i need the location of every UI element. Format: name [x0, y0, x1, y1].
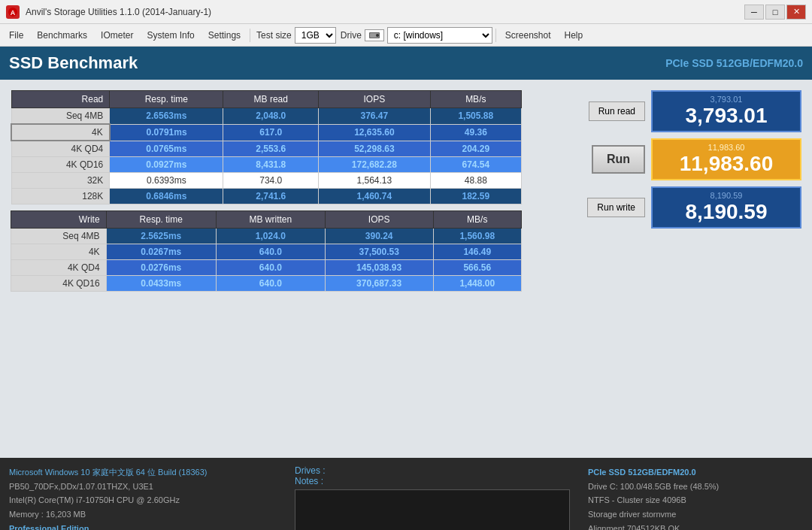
run-write-button[interactable]: Run write — [587, 198, 645, 217]
total-score-small: 11,983.60 — [659, 143, 794, 152]
w-seq4mb-label: Seq 4MB — [11, 229, 107, 244]
table-row: 4K QD16 0.0927ms 8,431.8 172,682.28 674.… — [11, 157, 522, 173]
resp-time-col-header: Resp. time — [110, 91, 223, 108]
write-score-big: 8,190.59 — [659, 200, 794, 224]
titlebar: A Anvil's Storage Utilities 1.1.0 (2014-… — [0, 0, 812, 24]
notes-notes-label: Notes : — [295, 476, 570, 486]
separator2 — [495, 29, 496, 42]
right-drive-name: PCIe SSD 512GB/EDFM20.0 — [588, 465, 803, 480]
read-score-row: Run read 3,793.01 3,793.01 — [573, 90, 801, 132]
w-seq4mb-iops: 390.24 — [325, 229, 433, 244]
status-os: Microsoft Windows 10 家庭中文版 64 位 Build (1… — [9, 465, 277, 480]
w-4k-mbs: 146.49 — [433, 244, 522, 260]
w-4kqd16-label: 4K QD16 — [11, 276, 107, 292]
iops-col-header: IOPS — [319, 91, 430, 108]
table-row: 4K 0.0791ms 617.0 12,635.60 49.36 — [11, 124, 522, 141]
write-score-box: 8,190.59 8,190.59 — [651, 186, 801, 229]
menu-screenshot[interactable]: Screenshot — [499, 28, 557, 43]
4kqd4-label: 4K QD4 — [11, 141, 110, 157]
w-4kqd16-iops: 370,687.33 — [325, 276, 433, 292]
svg-point-4 — [376, 34, 379, 37]
write-score-small: 8,190.59 — [659, 191, 794, 200]
128k-mbs: 182.59 — [430, 189, 521, 204]
write-iops-col-header: IOPS — [325, 211, 433, 229]
w-4kqd4-resp: 0.0276ms — [106, 260, 216, 276]
w-4k-label: 4K — [11, 244, 107, 260]
mbs-col-header: MB/s — [430, 91, 521, 108]
4kqd4-resp: 0.0765ms — [110, 141, 223, 157]
128k-label: 128K — [11, 189, 110, 204]
4kqd16-mbs: 674.54 — [430, 157, 521, 173]
w-4k-mb: 640.0 — [216, 244, 325, 260]
drive-group: Drive c: [windows] — [341, 27, 492, 44]
w-seq4mb-mbs: 1,560.98 — [433, 229, 522, 244]
read-score-big: 3,793.01 — [659, 104, 794, 128]
total-score-row: Run 11,983.60 11,983.60 — [573, 138, 801, 180]
test-size-select[interactable]: 1GB 4GB — [295, 27, 336, 44]
32k-resp: 0.6393ms — [110, 173, 223, 189]
w-4kqd16-mbs: 1,448.00 — [433, 276, 522, 292]
32k-iops: 1,564.13 — [319, 173, 430, 189]
table-row: 4K QD16 0.0433ms 640.0 370,687.33 1,448.… — [11, 276, 522, 292]
4kqd16-resp: 0.0927ms — [110, 157, 223, 173]
mb-read-col-header: MB read — [223, 91, 319, 108]
main-content: Read Resp. time MB read IOPS MB/s Seq 4M… — [0, 80, 812, 458]
seq4mb-resp: 2.6563ms — [110, 108, 223, 125]
write-score-row: Run write 8,190.59 8,190.59 — [573, 186, 801, 229]
read-table: Read Resp. time MB read IOPS MB/s Seq 4M… — [11, 90, 522, 204]
128k-iops: 1,460.74 — [319, 189, 430, 204]
menu-benchmarks[interactable]: Benchmarks — [31, 28, 93, 43]
close-button[interactable]: ✕ — [786, 5, 806, 20]
status-cpu: Intel(R) Core(TM) i7-10750H CPU @ 2.60GH… — [9, 493, 277, 507]
notes-text-box[interactable] — [295, 489, 570, 530]
read-score-box: 3,793.01 3,793.01 — [651, 90, 801, 132]
4k-resp: 0.0791ms — [110, 124, 223, 141]
menu-file[interactable]: File — [3, 28, 29, 43]
w-4k-resp: 0.0267ms — [106, 244, 216, 260]
right-ntfs: NTFS - Cluster size 4096B — [588, 493, 803, 507]
menu-settings[interactable]: Settings — [202, 28, 247, 43]
table-row: 4K 0.0267ms 640.0 37,500.53 146.49 — [11, 244, 522, 260]
write-mb-col-header: MB written — [216, 211, 325, 229]
header-title: SSD Benchmark — [9, 53, 138, 73]
write-mbs-col-header: MB/s — [433, 211, 522, 229]
maximize-button[interactable]: □ — [765, 5, 785, 20]
w-4kqd4-mbs: 566.56 — [433, 260, 522, 276]
4kqd16-label: 4K QD16 — [11, 157, 110, 173]
menu-sysinfo[interactable]: System Info — [141, 28, 200, 43]
menu-iometer[interactable]: IOmeter — [95, 28, 139, 43]
header-drive-info: PCIe SSD 512GB/EDFM20.0 — [665, 57, 803, 69]
4k-iops: 12,635.60 — [319, 124, 430, 141]
separator — [250, 29, 250, 42]
w-4kqd4-label: 4K QD4 — [11, 260, 107, 276]
status-fw: PB50_70DFx,DDx/1.07.01THZX, U3E1 — [9, 480, 277, 494]
app-icon: A — [6, 5, 20, 19]
drive-icon — [368, 31, 380, 40]
status-left: Microsoft Windows 10 家庭中文版 64 位 Build (1… — [0, 458, 286, 530]
table-row: Seq 4MB 2.6563ms 2,048.0 376.47 1,505.88 — [11, 108, 522, 125]
menu-help[interactable]: Help — [559, 28, 589, 43]
w-seq4mb-mb: 1,024.0 — [216, 229, 325, 244]
test-size-label: Test size — [256, 30, 292, 41]
test-size-group: Test size 1GB 4GB — [256, 27, 336, 44]
run-read-button[interactable]: Run read — [589, 101, 645, 121]
status-memory: Memory : 16,203 MB — [9, 507, 277, 522]
4kqd16-mb: 8,431.8 — [223, 157, 319, 173]
total-score-box: 11,983.60 11,983.60 — [651, 138, 801, 180]
4k-label: 4K — [11, 124, 110, 141]
4kqd4-mb: 2,553.6 — [223, 141, 319, 157]
table-row: 4K QD4 0.0765ms 2,553.6 52,298.63 204.29 — [11, 141, 522, 157]
4kqd16-iops: 172,682.28 — [319, 157, 430, 173]
128k-mb: 2,741.6 — [223, 189, 319, 204]
seq4mb-label: Seq 4MB — [11, 108, 110, 125]
table-row: 128K 0.6846ms 2,741.6 1,460.74 182.59 — [11, 189, 522, 204]
minimize-button[interactable]: ─ — [744, 5, 764, 20]
w-4kqd16-resp: 0.0433ms — [106, 276, 216, 292]
window-title: Anvil's Storage Utilities 1.1.0 (2014-Ja… — [26, 7, 744, 17]
w-4kqd16-mb: 640.0 — [216, 276, 325, 292]
run-button[interactable]: Run — [592, 145, 645, 174]
read-score-small: 3,793.01 — [659, 95, 794, 104]
menubar: File Benchmarks IOmeter System Info Sett… — [0, 24, 812, 47]
32k-mbs: 48.88 — [430, 173, 521, 189]
drive-select[interactable]: c: [windows] — [387, 27, 492, 44]
